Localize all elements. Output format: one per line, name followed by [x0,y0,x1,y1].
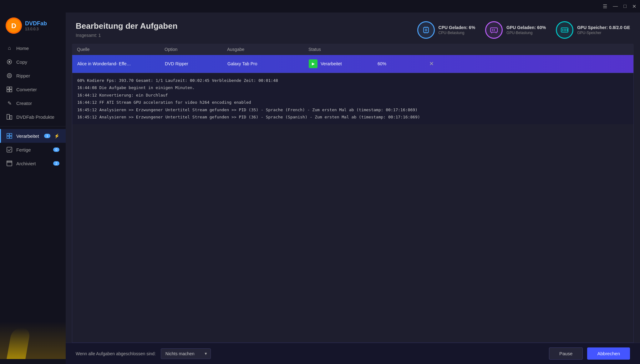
ripper-icon [6,72,13,79]
app-logo-icon: D [6,17,22,34]
table-body: Alice in Wonderland- Effe… DVD Ripper Ga… [72,55,634,343]
sidebar-item-home[interactable]: ⌂ Home [0,41,66,55]
gpu-title: GPU Geladen: 60% [506,25,546,30]
svg-rect-9 [10,87,12,89]
gpu-sub: GPU-Belastung [506,31,546,35]
mem-title: GPU Speicher: 0.8/2.0 GE [577,25,630,30]
sidebar-item-copy[interactable]: Copy [0,55,66,69]
stats-row: CPU Geladen: 6% CPU-Belastung [417,21,630,39]
converter-icon [6,86,13,92]
row-progress: 60% [378,61,421,66]
mem-sub: GPU-Speicher [577,31,630,35]
action-buttons: Pause Abbrechen [549,347,630,360]
play-button[interactable]: ▶ [309,59,317,68]
sidebar-item-processing[interactable]: Verarbeitet 1 ⚡ [0,129,66,143]
svg-rect-31 [494,29,495,31]
row-status-cell: ▶ Verarbeitet [309,59,378,68]
col-source: Quelle [77,47,165,52]
svg-text:D: D [11,22,16,30]
sidebar-item-label: Creator [16,101,59,106]
logo-area: D DVDFab 13.0.0.3 [0,17,66,41]
archived-icon [6,160,13,167]
pause-button[interactable]: Pause [549,347,583,360]
svg-rect-16 [7,136,9,138]
main-header: Bearbeitung der Aufgaben Insgesamt: 1 [66,12,640,44]
svg-rect-20 [7,161,12,162]
creator-icon: ✎ [6,100,13,106]
table-row: Alice in Wonderland- Effe… DVD Ripper Ga… [72,55,633,73]
copy-icon [6,59,13,65]
svg-rect-18 [7,147,12,152]
sidebar-item-creator[interactable]: ✎ Creator [0,96,66,110]
sidebar-item-label: Home [16,46,59,51]
processing-badge: 1 [44,134,50,138]
logo-text: DVDFab 13.0.0.3 [25,20,47,31]
cpu-circle [417,21,435,39]
svg-rect-17 [10,136,12,138]
log-line-4: 16:45:12 Analysieren >> Erzwungener Unte… [77,113,628,121]
cpu-info: CPU Geladen: 6% CPU-Belastung [439,25,475,35]
minimize-icon[interactable]: — [613,3,618,9]
log-line-0: 16:44:08 Die Aufgabe beginnt in einigen … [77,84,628,91]
home-icon: ⌂ [6,45,13,51]
col-output: Ausgabe [227,47,308,52]
col-status: Status [308,47,377,52]
cpu-title: CPU Geladen: 6% [439,25,475,30]
svg-rect-10 [7,90,9,92]
row-status: Verarbeitet [321,61,342,66]
svg-point-7 [9,75,10,76]
total-count: Insgesamt: 1 [76,33,178,38]
app-layout: D DVDFab 13.0.0.3 ⌂ Home Copy [0,12,640,364]
abort-button[interactable]: Abbrechen [587,347,630,360]
log-line-2: 16:44:12 FF ATI Stream GPU acceleration … [77,99,628,106]
archived-badge: 2 [53,161,59,166]
app-version: 13.0.0.3 [25,27,47,31]
table-header: Quelle Option Ausgabe Status [72,44,634,55]
svg-rect-37 [565,29,566,31]
gpu-stat: GPU Geladen: 60% GPU-Belastung [485,21,546,39]
gpu-circle [485,21,503,39]
cpu-stat: CPU Geladen: 6% CPU-Belastung [417,21,475,39]
menu-icon[interactable]: ☰ [603,3,607,9]
sidebar-item-converter[interactable]: Converter [0,82,66,96]
sidebar-item-archived[interactable]: Archiviert 2 [0,157,66,170]
mem-circle [556,21,573,39]
table-container: Quelle Option Ausgabe Status Alice in Wo… [72,44,634,343]
svg-rect-36 [564,29,565,31]
svg-rect-14 [7,133,9,136]
sidebar-item-ripper[interactable]: Ripper [0,69,66,82]
sidebar-item-dvdfab-products[interactable]: DVDFab Produkte [0,110,66,124]
bottom-bar: Wenn alle Aufgaben abgeschlossen sind: N… [66,343,640,364]
products-icon [6,114,13,120]
sidebar-item-finished[interactable]: Fertige 0 [0,143,66,157]
sidebar: D DVDFab 13.0.0.3 ⌂ Home Copy [0,12,66,364]
close-icon[interactable]: ✕ [632,3,636,9]
mem-info: GPU Speicher: 0.8/2.0 GE GPU-Speicher [577,25,630,35]
log-line-3: 16:45:12 Analysieren >> Erzwungener Unte… [77,106,628,113]
titlebar: ☰ — □ ✕ [0,0,640,12]
sidebar-item-label: Archiviert [16,161,48,166]
maximize-icon[interactable]: □ [623,3,627,9]
lightning-icon: ⚡ [54,133,59,138]
svg-rect-11 [10,90,12,92]
svg-rect-38 [567,29,568,31]
nav-section: ⌂ Home Copy [0,41,66,322]
sidebar-item-label: Converter [16,87,59,92]
col-progress [377,47,421,52]
sidebar-item-label: Fertige [16,147,48,152]
row-close-button[interactable]: ✕ [421,60,434,67]
gpu-info: GPU Geladen: 60% GPU-Belastung [506,25,546,35]
row-option: DVD Ripper [165,61,227,66]
svg-rect-19 [7,162,12,166]
col-option: Option [165,47,227,52]
log-line-1: 16:44:12 Konvertierung: ein Durchlauf [77,92,628,99]
svg-rect-30 [492,29,493,31]
svg-rect-8 [7,87,9,89]
completion-wrap: Wenn alle Aufgaben abgeschlossen sind: N… [76,348,211,359]
completion-label: Wenn alle Aufgaben abgeschlossen sind: [76,351,156,356]
svg-rect-15 [10,133,12,136]
row-output: Galaxy Tab Pro [227,61,309,66]
completion-select[interactable]: Nichts machen Herunterfahren Ruhezustand… [161,348,211,359]
sidebar-item-label: DVDFab Produkte [16,114,59,120]
mem-stat: GPU Speicher: 0.8/2.0 GE GPU-Speicher [556,21,630,39]
